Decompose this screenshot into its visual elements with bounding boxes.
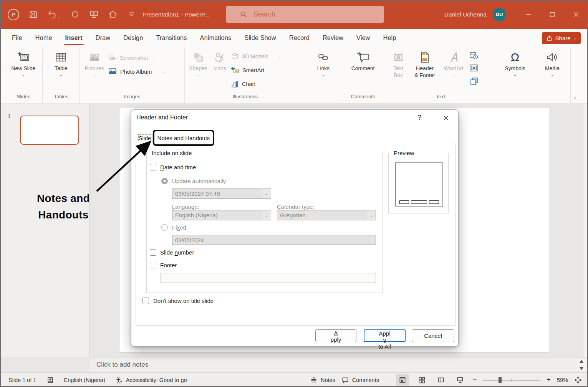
notes-placeholder[interactable]: Click to add notes xyxy=(96,361,148,369)
speaker-icon xyxy=(546,51,558,64)
spellcheck-icon[interactable] xyxy=(46,376,54,384)
redo-icon[interactable] xyxy=(70,10,80,19)
dialog-close-button[interactable] xyxy=(441,113,451,123)
accessibility-status[interactable]: Accessibility: Good to go xyxy=(115,376,187,384)
update-automatically-radio xyxy=(161,178,168,184)
ribbon-tab[interactable]: Draw xyxy=(89,29,117,47)
minimize-button[interactable] xyxy=(517,0,540,29)
insert-object-button[interactable] xyxy=(469,76,479,86)
zoom-slider-handle[interactable] xyxy=(499,377,502,383)
avatar[interactable]: DU xyxy=(493,8,506,21)
ribbon-tab[interactable]: Animations xyxy=(194,29,238,47)
quick-access-chevron-icon[interactable] xyxy=(127,10,136,19)
slide-thumbnail[interactable] xyxy=(20,116,79,145)
tab-slide[interactable]: Slide xyxy=(137,133,153,143)
media-button[interactable]: Media ⌄ xyxy=(545,48,560,77)
slide-counter: Slide 1 of 1 xyxy=(8,377,36,383)
comment-button[interactable]: Comment xyxy=(351,48,375,72)
calendar-type-label: Calendar type: xyxy=(277,203,315,210)
group-label-symbols xyxy=(498,94,532,103)
zoom-out-button[interactable]: − xyxy=(473,376,477,384)
new-slide-button[interactable]: New Slide ⌄ xyxy=(11,48,35,77)
notes-icon xyxy=(310,376,318,384)
reading-view-button[interactable] xyxy=(434,374,447,386)
slide-number-checkbox[interactable] xyxy=(150,249,156,256)
chevron-down-icon: ⌄ xyxy=(367,210,376,220)
footer-checkbox[interactable] xyxy=(150,262,156,268)
slide-thumbnail-panel: 1 xyxy=(0,104,89,357)
start-slideshow-icon[interactable] xyxy=(89,10,99,19)
ribbon-group-media: Media ⌄ xyxy=(534,47,571,103)
notes-scrollbar[interactable] xyxy=(577,359,586,371)
ribbon: New Slide ⌄ Slides Table ⌄ Tables xyxy=(0,47,588,103)
ribbon-tab[interactable]: File xyxy=(5,29,29,47)
maximize-button[interactable] xyxy=(540,0,564,29)
ribbon-tab[interactable]: Record xyxy=(283,29,316,47)
photo-album-icon xyxy=(108,67,118,77)
search-input[interactable]: Search xyxy=(226,6,384,23)
chart-button[interactable]: Chart xyxy=(230,78,282,90)
apply-to-all-button[interactable]: Apply to All xyxy=(364,329,406,342)
ribbon-tab[interactable]: Help xyxy=(377,29,403,47)
slide-number-button[interactable] xyxy=(469,64,479,73)
accessibility-icon xyxy=(115,376,123,384)
notes-pane[interactable]: Click to add notes xyxy=(89,357,588,372)
chevron-down-icon: ⌄ xyxy=(262,210,271,220)
slideshow-view-button[interactable] xyxy=(454,374,467,386)
photo-album-button[interactable]: Photo Album⌄ xyxy=(108,66,166,78)
notes-toggle[interactable]: Notes xyxy=(310,376,335,384)
ribbon-tab[interactable]: Review xyxy=(316,29,350,47)
links-button[interactable]: Links ⌄ xyxy=(317,48,330,77)
normal-view-button[interactable] xyxy=(396,374,409,386)
smartart-button[interactable]: SmartArt xyxy=(230,64,282,76)
preview-label: Preview xyxy=(392,150,416,156)
canvas-scrollbar[interactable] xyxy=(583,104,588,357)
close-button[interactable] xyxy=(564,0,588,29)
footer-label: Footer xyxy=(160,262,177,268)
date-and-time-checkbox[interactable] xyxy=(150,164,156,170)
ribbon-tab[interactable]: View xyxy=(350,29,376,47)
share-button[interactable]: Share ⌄ xyxy=(542,32,581,44)
zoom-in-button[interactable]: + xyxy=(547,376,551,384)
language-indicator[interactable]: English (Nigeria) xyxy=(64,377,105,383)
comments-toggle[interactable]: Comments xyxy=(341,376,379,384)
table-button[interactable]: Table ⌄ xyxy=(55,48,67,77)
pictures-button: Pictures ⌄ xyxy=(82,48,107,77)
ribbon-tab[interactable]: Transitions xyxy=(149,29,193,47)
symbols-button[interactable]: Ω Symbols ⌄ xyxy=(505,48,525,77)
ribbon-tab[interactable]: Design xyxy=(117,29,149,47)
header-footer-button[interactable]: Header& Footer xyxy=(409,48,440,79)
table-icon xyxy=(55,51,67,64)
preview-number-placeholder xyxy=(429,200,439,204)
dialog-help-button[interactable]: ? xyxy=(415,113,424,122)
scroll-down-icon[interactable] xyxy=(579,367,584,370)
ribbon-group-links: Links ⌄ xyxy=(306,47,341,103)
slide-number-label: Slide number xyxy=(160,249,194,256)
tab-notes-and-handouts[interactable]: Notes and Handouts xyxy=(153,130,214,146)
ribbon-tab[interactable]: Slide Show xyxy=(238,29,283,47)
cancel-button[interactable]: Cancel xyxy=(412,329,454,342)
zoom-slider[interactable] xyxy=(483,377,540,383)
scroll-up-icon[interactable] xyxy=(579,360,584,363)
ribbon-tab[interactable]: Home xyxy=(29,29,59,47)
ribbon-tab-bar: FileHomeInsertDrawDesignTransitionsAnima… xyxy=(0,29,588,47)
language-dropdown: English (Nigeria)⌄ xyxy=(172,210,271,220)
ribbon-tab[interactable]: Insert xyxy=(59,29,89,47)
apply-button[interactable]: Apply xyxy=(315,329,356,342)
zoom-level[interactable]: 59% xyxy=(557,377,568,383)
home-icon[interactable] xyxy=(108,10,118,19)
shapes-button: Shapes ⌄ xyxy=(187,48,210,77)
fit-slide-to-window-icon[interactable] xyxy=(574,376,582,384)
slide-sorter-view-button[interactable] xyxy=(415,374,428,386)
dont-show-on-title-slide-checkbox[interactable] xyxy=(142,298,149,304)
date-time-button[interactable] xyxy=(469,51,479,60)
undo-button[interactable]: ⌄ xyxy=(47,10,61,19)
search-icon xyxy=(240,10,248,19)
save-icon[interactable] xyxy=(28,10,38,19)
collapse-ribbon-chevron-icon[interactable]: ⌄ xyxy=(573,94,577,100)
user-name: Daniel Uchenna xyxy=(444,11,487,18)
wordart-icon xyxy=(447,51,460,64)
3d-models-button: 3D Models⌄ xyxy=(230,51,282,62)
new-slide-icon xyxy=(17,51,30,64)
footer-text-field[interactable] xyxy=(161,273,376,283)
